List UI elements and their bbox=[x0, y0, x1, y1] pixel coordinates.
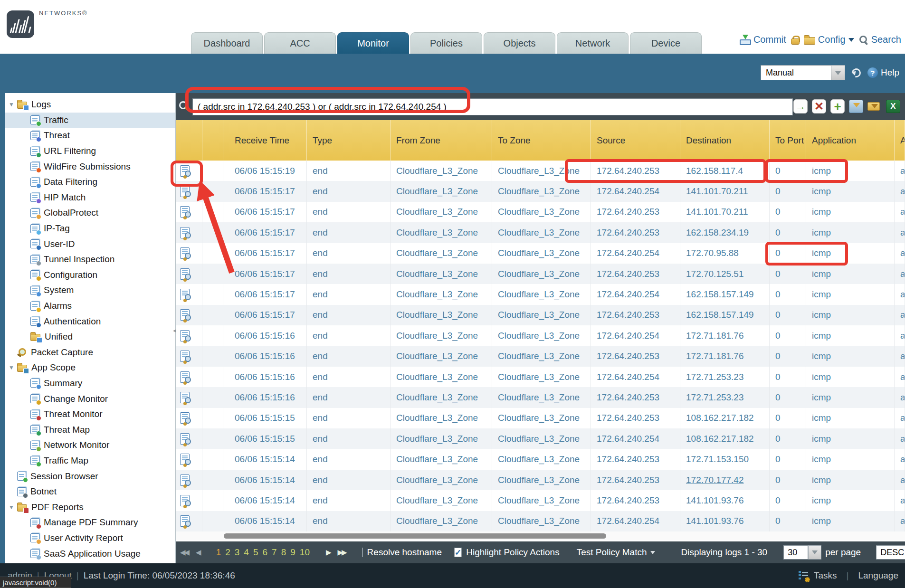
column-header-col1[interactable] bbox=[202, 120, 223, 161]
application-cell[interactable]: icmp bbox=[806, 243, 895, 264]
source-cell[interactable]: 172.64.240.253 bbox=[591, 346, 680, 367]
page-number-1[interactable]: 1 bbox=[216, 547, 221, 558]
to-zone-cell[interactable]: Cloudflare_L3_Zone bbox=[492, 325, 591, 346]
source-cell[interactable]: 172.64.240.254 bbox=[591, 511, 680, 531]
refresh-mode-select[interactable]: Manual bbox=[761, 65, 845, 80]
log-detail-icon[interactable] bbox=[180, 515, 190, 527]
log-detail-icon[interactable] bbox=[180, 412, 190, 424]
destination-cell[interactable]: 172.71.153.150 bbox=[680, 449, 770, 469]
column-header-receive-time[interactable]: Receive Time bbox=[223, 120, 307, 161]
sidebar-item-globalprotect[interactable]: ▼GlobalProtect bbox=[5, 205, 175, 221]
from-zone-cell[interactable]: Cloudflare_L3_Zone bbox=[391, 408, 492, 428]
tab-policies[interactable]: Policies bbox=[410, 32, 482, 54]
tab-monitor[interactable]: Monitor bbox=[337, 32, 409, 54]
application-cell[interactable]: icmp bbox=[806, 387, 895, 408]
destination-cell[interactable]: 172.71.253.23 bbox=[680, 367, 770, 387]
page-number-10[interactable]: 10 bbox=[300, 547, 310, 558]
sidebar-item-network-monitor[interactable]: ▼Network Monitor bbox=[5, 437, 175, 453]
tree-expander-icon[interactable]: ▼ bbox=[9, 504, 15, 511]
from-zone-cell[interactable]: Cloudflare_L3_Zone bbox=[391, 325, 492, 346]
from-zone-cell[interactable]: Cloudflare_L3_Zone bbox=[391, 428, 492, 449]
page-number-3[interactable]: 3 bbox=[235, 547, 240, 558]
from-zone-cell[interactable]: Cloudflare_L3_Zone bbox=[391, 305, 492, 325]
language-button[interactable]: Language bbox=[858, 570, 898, 581]
scrollbar-thumb[interactable] bbox=[224, 533, 606, 539]
tab-network[interactable]: Network bbox=[557, 32, 629, 54]
sort-order-select[interactable]: DESC bbox=[876, 545, 905, 560]
column-header-ac[interactable]: Ac bbox=[895, 120, 905, 161]
application-cell[interactable]: icmp bbox=[806, 181, 895, 201]
sidebar-item-user-activity-report[interactable]: ▼User Activity Report bbox=[5, 531, 175, 546]
tab-dashboard[interactable]: Dashboard bbox=[191, 32, 263, 54]
sidebar-item-summary[interactable]: ▼Summary bbox=[5, 376, 175, 391]
log-detail-icon[interactable] bbox=[180, 227, 190, 238]
column-header-from-zone[interactable]: From Zone bbox=[391, 120, 492, 161]
page-number-9[interactable]: 9 bbox=[290, 547, 295, 558]
page-number-8[interactable]: 8 bbox=[281, 547, 286, 558]
from-zone-cell[interactable]: Cloudflare_L3_Zone bbox=[391, 490, 492, 511]
horizontal-scrollbar[interactable] bbox=[176, 531, 905, 540]
destination-cell[interactable]: 141.101.70.211 bbox=[680, 202, 770, 222]
from-zone-cell[interactable]: Cloudflare_L3_Zone bbox=[391, 181, 492, 201]
source-cell[interactable]: 172.64.240.253 bbox=[591, 264, 680, 284]
destination-cell[interactable]: 172.70.125.51 bbox=[680, 264, 770, 284]
application-cell[interactable]: icmp bbox=[806, 470, 895, 490]
application-cell[interactable]: icmp bbox=[806, 511, 895, 531]
destination-cell[interactable]: 141.101.93.76 bbox=[680, 490, 770, 511]
config-menu-button[interactable]: Config bbox=[804, 34, 854, 45]
from-zone-cell[interactable]: Cloudflare_L3_Zone bbox=[391, 449, 492, 469]
log-detail-icon[interactable] bbox=[180, 165, 190, 177]
sidebar-item-app-scope[interactable]: ▼App Scope bbox=[5, 360, 175, 376]
sidebar-item-pdf-reports[interactable]: ▼PDF Reports bbox=[5, 499, 175, 515]
sidebar-item-hip-match[interactable]: ▼HIP Match bbox=[5, 190, 175, 206]
sidebar-item-user-id[interactable]: ▼User-ID bbox=[5, 236, 175, 252]
sidebar-item-botnet[interactable]: ▼Botnet bbox=[5, 484, 175, 500]
from-zone-cell[interactable]: Cloudflare_L3_Zone bbox=[391, 161, 492, 181]
log-detail-icon[interactable] bbox=[180, 247, 190, 259]
add-filter-button[interactable]: + bbox=[830, 99, 845, 114]
to-zone-cell[interactable]: Cloudflare_L3_Zone bbox=[492, 181, 591, 201]
log-detail-icon[interactable] bbox=[180, 289, 190, 300]
sidebar-item-system[interactable]: ▼System bbox=[5, 283, 175, 298]
destination-cell[interactable]: 141.101.93.76 bbox=[680, 511, 770, 531]
to-zone-cell[interactable]: Cloudflare_L3_Zone bbox=[492, 161, 591, 181]
application-cell[interactable]: icmp bbox=[806, 264, 895, 284]
tasks-button[interactable]: Tasks bbox=[814, 570, 837, 581]
column-header-type[interactable]: Type bbox=[307, 120, 391, 161]
sidebar-item-packet-capture[interactable]: ▼Packet Capture bbox=[5, 345, 175, 360]
to-zone-cell[interactable]: Cloudflare_L3_Zone bbox=[492, 511, 591, 531]
page-number-6[interactable]: 6 bbox=[263, 547, 268, 558]
tree-expander-icon[interactable]: ▼ bbox=[9, 364, 15, 371]
application-cell[interactable]: icmp bbox=[806, 222, 895, 243]
application-cell[interactable]: icmp bbox=[806, 408, 895, 428]
sidebar-item-manage-pdf-summary[interactable]: ▼Manage PDF Summary bbox=[5, 515, 175, 531]
sidebar-item-change-monitor[interactable]: ▼Change Monitor bbox=[5, 391, 175, 407]
sidebar-item-threat-monitor[interactable]: ▼Threat Monitor bbox=[5, 407, 175, 422]
tab-device[interactable]: Device bbox=[630, 32, 702, 54]
source-cell[interactable]: 172.64.240.254 bbox=[591, 367, 680, 387]
log-detail-icon[interactable] bbox=[180, 371, 190, 383]
source-cell[interactable]: 172.64.240.253 bbox=[591, 470, 680, 490]
application-cell[interactable]: icmp bbox=[806, 449, 895, 469]
sidebar-item-logs[interactable]: ▼Logs bbox=[5, 97, 175, 113]
destination-cell[interactable]: 172.70.177.42 bbox=[680, 470, 770, 490]
destination-cell[interactable]: 172.71.253.23 bbox=[680, 387, 770, 408]
sidebar-item-configuration[interactable]: ▼Configuration bbox=[5, 267, 175, 283]
log-detail-icon[interactable] bbox=[180, 330, 190, 341]
from-zone-cell[interactable]: Cloudflare_L3_Zone bbox=[391, 222, 492, 243]
page-number-5[interactable]: 5 bbox=[253, 547, 258, 558]
log-detail-icon[interactable] bbox=[180, 495, 190, 506]
application-cell[interactable]: icmp bbox=[806, 367, 895, 387]
column-header-source[interactable]: Source bbox=[591, 120, 680, 161]
source-cell[interactable]: 172.64.240.253 bbox=[591, 387, 680, 408]
prev-page-button[interactable]: ◀ bbox=[196, 548, 200, 557]
to-zone-cell[interactable]: Cloudflare_L3_Zone bbox=[492, 305, 591, 325]
source-cell[interactable]: 172.64.240.253 bbox=[591, 408, 680, 428]
source-cell[interactable]: 172.64.240.253 bbox=[591, 490, 680, 511]
application-cell[interactable]: icmp bbox=[806, 284, 895, 304]
lock-icon[interactable] bbox=[791, 35, 799, 45]
source-cell[interactable]: 172.64.240.253 bbox=[591, 222, 680, 243]
test-policy-match-button[interactable]: Test Policy Match bbox=[577, 547, 656, 558]
destination-cell[interactable]: 108.162.217.182 bbox=[680, 428, 770, 449]
log-detail-icon[interactable] bbox=[180, 454, 190, 465]
